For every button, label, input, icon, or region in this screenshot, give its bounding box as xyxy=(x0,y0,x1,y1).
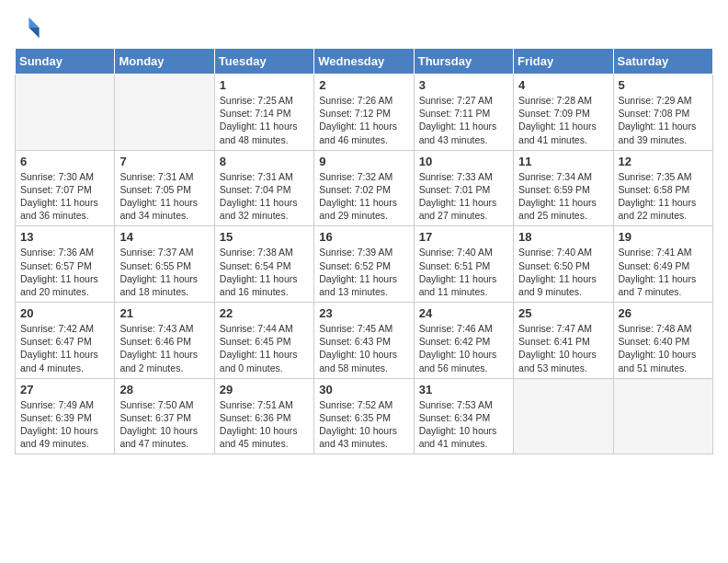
calendar-week: 27Sunrise: 7:49 AMSunset: 6:39 PMDayligh… xyxy=(16,378,713,454)
calendar-day: 16Sunrise: 7:39 AMSunset: 6:52 PMDayligh… xyxy=(314,226,414,303)
calendar-day: 25Sunrise: 7:47 AMSunset: 6:41 PMDayligh… xyxy=(514,303,613,379)
calendar-day: 11Sunrise: 7:34 AMSunset: 6:59 PMDayligh… xyxy=(514,150,613,226)
day-number: 26 xyxy=(619,306,708,320)
day-number: 8 xyxy=(220,155,309,168)
day-detail: Sunrise: 7:47 AMSunset: 6:41 PMDaylight:… xyxy=(518,322,608,374)
calendar-week: 13Sunrise: 7:36 AMSunset: 6:57 PMDayligh… xyxy=(16,226,713,303)
day-detail: Sunrise: 7:51 AMSunset: 6:36 PMDaylight:… xyxy=(220,398,309,451)
calendar-day: 24Sunrise: 7:46 AMSunset: 6:42 PMDayligh… xyxy=(414,303,513,379)
day-detail: Sunrise: 7:31 AMSunset: 7:05 PMDaylight:… xyxy=(119,170,209,223)
calendar-day: 31Sunrise: 7:53 AMSunset: 6:34 PMDayligh… xyxy=(414,378,513,454)
day-number: 27 xyxy=(20,383,109,396)
day-number: 15 xyxy=(220,230,309,244)
day-number: 20 xyxy=(20,306,109,320)
logo xyxy=(15,15,44,40)
day-number: 13 xyxy=(20,230,109,244)
day-number: 6 xyxy=(20,155,109,168)
day-number: 24 xyxy=(419,306,508,320)
calendar-day: 4Sunrise: 7:28 AMSunset: 7:09 PMDaylight… xyxy=(514,75,613,151)
day-number: 11 xyxy=(518,155,608,168)
calendar-day: 30Sunrise: 7:52 AMSunset: 6:35 PMDayligh… xyxy=(314,378,414,454)
calendar-day: 14Sunrise: 7:37 AMSunset: 6:55 PMDayligh… xyxy=(115,226,214,303)
calendar-day: 13Sunrise: 7:36 AMSunset: 6:57 PMDayligh… xyxy=(16,226,115,303)
calendar-day: 7Sunrise: 7:31 AMSunset: 7:05 PMDaylight… xyxy=(115,150,214,226)
day-detail: Sunrise: 7:40 AMSunset: 6:51 PMDaylight:… xyxy=(419,246,508,298)
calendar-day: 12Sunrise: 7:35 AMSunset: 6:58 PMDayligh… xyxy=(613,150,712,226)
day-number: 30 xyxy=(319,383,408,396)
page-header xyxy=(15,15,713,40)
day-number: 25 xyxy=(518,306,608,320)
day-detail: Sunrise: 7:45 AMSunset: 6:43 PMDaylight:… xyxy=(319,322,408,374)
calendar-day: 26Sunrise: 7:48 AMSunset: 6:40 PMDayligh… xyxy=(613,303,712,379)
calendar-day: 28Sunrise: 7:50 AMSunset: 6:37 PMDayligh… xyxy=(115,378,214,454)
day-number: 19 xyxy=(619,230,708,244)
svg-marker-1 xyxy=(28,28,39,38)
calendar-day: 27Sunrise: 7:49 AMSunset: 6:39 PMDayligh… xyxy=(16,378,115,454)
day-detail: Sunrise: 7:36 AMSunset: 6:57 PMDaylight:… xyxy=(20,246,109,298)
calendar-day: 21Sunrise: 7:43 AMSunset: 6:46 PMDayligh… xyxy=(115,303,214,379)
calendar-day: 8Sunrise: 7:31 AMSunset: 7:04 PMDaylight… xyxy=(214,150,313,226)
day-number: 1 xyxy=(220,78,309,92)
day-number: 9 xyxy=(319,155,408,168)
day-number: 5 xyxy=(619,78,708,92)
day-detail: Sunrise: 7:29 AMSunset: 7:08 PMDaylight:… xyxy=(619,94,708,146)
day-detail: Sunrise: 7:46 AMSunset: 6:42 PMDaylight:… xyxy=(419,322,508,374)
day-number: 2 xyxy=(319,78,408,92)
day-detail: Sunrise: 7:33 AMSunset: 7:01 PMDaylight:… xyxy=(419,170,508,223)
calendar-day: 23Sunrise: 7:45 AMSunset: 6:43 PMDayligh… xyxy=(314,303,414,379)
day-detail: Sunrise: 7:49 AMSunset: 6:39 PMDaylight:… xyxy=(20,398,109,451)
day-number: 14 xyxy=(119,230,209,244)
day-detail: Sunrise: 7:42 AMSunset: 6:47 PMDaylight:… xyxy=(20,322,109,374)
calendar-day: 10Sunrise: 7:33 AMSunset: 7:01 PMDayligh… xyxy=(414,150,513,226)
day-detail: Sunrise: 7:31 AMSunset: 7:04 PMDaylight:… xyxy=(220,170,309,223)
day-number: 31 xyxy=(419,383,508,396)
day-detail: Sunrise: 7:38 AMSunset: 6:54 PMDaylight:… xyxy=(220,246,309,298)
calendar-day: 19Sunrise: 7:41 AMSunset: 6:49 PMDayligh… xyxy=(613,226,712,303)
day-detail: Sunrise: 7:32 AMSunset: 7:02 PMDaylight:… xyxy=(319,170,408,223)
calendar-table: SundayMondayTuesdayWednesdayThursdayFrid… xyxy=(15,48,713,454)
calendar-day xyxy=(613,378,712,454)
day-number: 23 xyxy=(319,306,408,320)
day-number: 10 xyxy=(419,155,508,168)
day-number: 3 xyxy=(419,78,508,92)
day-number: 28 xyxy=(119,383,209,396)
day-detail: Sunrise: 7:35 AMSunset: 6:58 PMDaylight:… xyxy=(619,170,708,223)
day-detail: Sunrise: 7:37 AMSunset: 6:55 PMDaylight:… xyxy=(119,246,209,298)
calendar-day: 1Sunrise: 7:25 AMSunset: 7:14 PMDaylight… xyxy=(214,75,313,151)
day-detail: Sunrise: 7:28 AMSunset: 7:09 PMDaylight:… xyxy=(518,94,608,146)
day-detail: Sunrise: 7:26 AMSunset: 7:12 PMDaylight:… xyxy=(319,94,408,146)
day-header: Thursday xyxy=(414,49,513,75)
calendar-week: 6Sunrise: 7:30 AMSunset: 7:07 PMDaylight… xyxy=(16,150,713,226)
day-number: 22 xyxy=(220,306,309,320)
day-number: 21 xyxy=(119,306,209,320)
calendar-day xyxy=(115,75,214,151)
day-number: 29 xyxy=(220,383,309,396)
calendar-day: 2Sunrise: 7:26 AMSunset: 7:12 PMDaylight… xyxy=(314,75,414,151)
day-header: Monday xyxy=(115,49,214,75)
day-detail: Sunrise: 7:40 AMSunset: 6:50 PMDaylight:… xyxy=(518,246,608,298)
calendar-day: 18Sunrise: 7:40 AMSunset: 6:50 PMDayligh… xyxy=(514,226,613,303)
calendar-day: 20Sunrise: 7:42 AMSunset: 6:47 PMDayligh… xyxy=(16,303,115,379)
calendar-day: 3Sunrise: 7:27 AMSunset: 7:11 PMDaylight… xyxy=(414,75,513,151)
day-number: 18 xyxy=(518,230,608,244)
svg-marker-0 xyxy=(28,17,39,28)
day-number: 17 xyxy=(419,230,508,244)
calendar-day xyxy=(16,75,115,151)
calendar-day: 15Sunrise: 7:38 AMSunset: 6:54 PMDayligh… xyxy=(214,226,313,303)
day-detail: Sunrise: 7:41 AMSunset: 6:49 PMDaylight:… xyxy=(619,246,708,298)
calendar-day: 6Sunrise: 7:30 AMSunset: 7:07 PMDaylight… xyxy=(16,150,115,226)
calendar-day: 22Sunrise: 7:44 AMSunset: 6:45 PMDayligh… xyxy=(214,303,313,379)
day-detail: Sunrise: 7:25 AMSunset: 7:14 PMDaylight:… xyxy=(220,94,309,146)
day-number: 4 xyxy=(518,78,608,92)
day-detail: Sunrise: 7:39 AMSunset: 6:52 PMDaylight:… xyxy=(319,246,408,298)
day-detail: Sunrise: 7:48 AMSunset: 6:40 PMDaylight:… xyxy=(619,322,708,374)
day-detail: Sunrise: 7:50 AMSunset: 6:37 PMDaylight:… xyxy=(119,398,209,451)
day-detail: Sunrise: 7:30 AMSunset: 7:07 PMDaylight:… xyxy=(20,170,109,223)
day-number: 16 xyxy=(319,230,408,244)
logo-icon xyxy=(15,15,40,40)
day-detail: Sunrise: 7:53 AMSunset: 6:34 PMDaylight:… xyxy=(419,398,508,451)
day-detail: Sunrise: 7:34 AMSunset: 6:59 PMDaylight:… xyxy=(518,170,608,223)
calendar-day: 17Sunrise: 7:40 AMSunset: 6:51 PMDayligh… xyxy=(414,226,513,303)
day-header: Friday xyxy=(514,49,613,75)
day-header: Tuesday xyxy=(214,49,313,75)
